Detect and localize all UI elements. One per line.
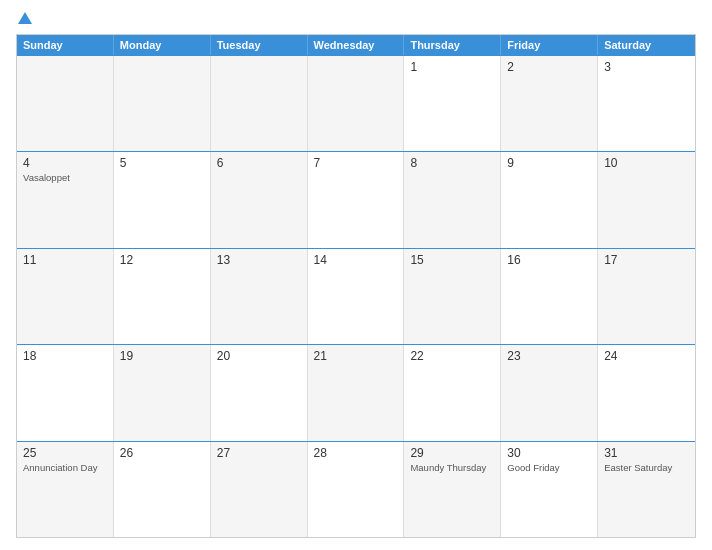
calendar-cell: 13 (211, 249, 308, 344)
weekday-header: Thursday (404, 35, 501, 55)
day-number: 4 (23, 156, 107, 170)
calendar-cell (114, 56, 211, 151)
calendar-cell (17, 56, 114, 151)
calendar-cell: 9 (501, 152, 598, 247)
weekday-header: Wednesday (308, 35, 405, 55)
day-number: 5 (120, 156, 204, 170)
day-number: 13 (217, 253, 301, 267)
calendar-cell: 14 (308, 249, 405, 344)
day-number: 15 (410, 253, 494, 267)
calendar-cell: 25Annunciation Day (17, 442, 114, 537)
day-number: 7 (314, 156, 398, 170)
day-number: 31 (604, 446, 689, 460)
day-number: 14 (314, 253, 398, 267)
day-number: 12 (120, 253, 204, 267)
calendar-cell: 5 (114, 152, 211, 247)
day-number: 22 (410, 349, 494, 363)
calendar-week: 25Annunciation Day26272829Maundy Thursda… (17, 441, 695, 537)
day-number: 20 (217, 349, 301, 363)
calendar-cell: 12 (114, 249, 211, 344)
day-number: 21 (314, 349, 398, 363)
day-number: 29 (410, 446, 494, 460)
event-label: Vasaloppet (23, 172, 107, 183)
calendar-cell: 26 (114, 442, 211, 537)
calendar-cell: 6 (211, 152, 308, 247)
day-number: 25 (23, 446, 107, 460)
day-number: 27 (217, 446, 301, 460)
calendar-cell: 1 (404, 56, 501, 151)
day-number: 1 (410, 60, 494, 74)
logo (16, 12, 32, 26)
day-number: 3 (604, 60, 689, 74)
calendar-cell (308, 56, 405, 151)
calendar-cell: 22 (404, 345, 501, 440)
event-label: Good Friday (507, 462, 591, 473)
day-number: 17 (604, 253, 689, 267)
day-number: 30 (507, 446, 591, 460)
calendar-cell: 10 (598, 152, 695, 247)
day-number: 23 (507, 349, 591, 363)
logo-triangle-icon (18, 12, 32, 24)
calendar-cell: 21 (308, 345, 405, 440)
day-number: 26 (120, 446, 204, 460)
calendar-week: 123 (17, 55, 695, 151)
day-number: 8 (410, 156, 494, 170)
event-label: Easter Saturday (604, 462, 689, 473)
calendar-header: SundayMondayTuesdayWednesdayThursdayFrid… (17, 35, 695, 55)
calendar-cell: 8 (404, 152, 501, 247)
calendar-cell: 28 (308, 442, 405, 537)
day-number: 18 (23, 349, 107, 363)
calendar-week: 4Vasaloppet5678910 (17, 151, 695, 247)
calendar-cell: 27 (211, 442, 308, 537)
calendar-cell: 30Good Friday (501, 442, 598, 537)
calendar-cell: 18 (17, 345, 114, 440)
day-number: 10 (604, 156, 689, 170)
calendar-cell (211, 56, 308, 151)
calendar-cell: 4Vasaloppet (17, 152, 114, 247)
calendar-cell: 24 (598, 345, 695, 440)
calendar: SundayMondayTuesdayWednesdayThursdayFrid… (16, 34, 696, 538)
calendar-page: SundayMondayTuesdayWednesdayThursdayFrid… (0, 0, 712, 550)
event-label: Maundy Thursday (410, 462, 494, 473)
weekday-header: Saturday (598, 35, 695, 55)
day-number: 9 (507, 156, 591, 170)
calendar-cell: 23 (501, 345, 598, 440)
day-number: 2 (507, 60, 591, 74)
calendar-week: 18192021222324 (17, 344, 695, 440)
weekday-header: Tuesday (211, 35, 308, 55)
calendar-cell: 2 (501, 56, 598, 151)
calendar-cell: 3 (598, 56, 695, 151)
calendar-cell: 29Maundy Thursday (404, 442, 501, 537)
day-number: 28 (314, 446, 398, 460)
day-number: 24 (604, 349, 689, 363)
calendar-cell: 11 (17, 249, 114, 344)
calendar-body: 1234Vasaloppet56789101112131415161718192… (17, 55, 695, 537)
event-label: Annunciation Day (23, 462, 107, 473)
day-number: 19 (120, 349, 204, 363)
calendar-cell: 7 (308, 152, 405, 247)
calendar-week: 11121314151617 (17, 248, 695, 344)
day-number: 6 (217, 156, 301, 170)
header (16, 12, 696, 26)
calendar-cell: 16 (501, 249, 598, 344)
calendar-cell: 15 (404, 249, 501, 344)
weekday-header: Sunday (17, 35, 114, 55)
day-number: 11 (23, 253, 107, 267)
calendar-cell: 19 (114, 345, 211, 440)
calendar-cell: 31Easter Saturday (598, 442, 695, 537)
weekday-header: Monday (114, 35, 211, 55)
calendar-cell: 20 (211, 345, 308, 440)
calendar-cell: 17 (598, 249, 695, 344)
day-number: 16 (507, 253, 591, 267)
weekday-header: Friday (501, 35, 598, 55)
